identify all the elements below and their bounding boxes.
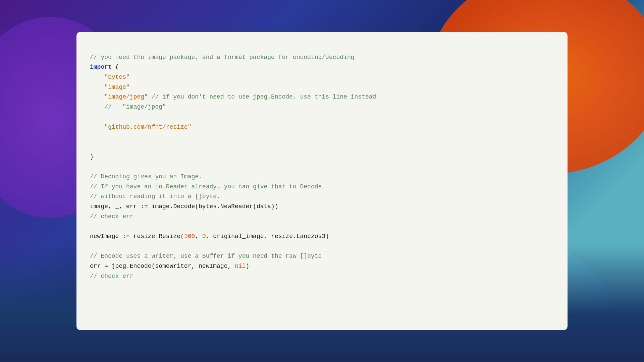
comment-encode: // Encode uses a Writer, use a Buffer if…	[90, 253, 322, 259]
code-card: // you need the image package, and a for…	[76, 32, 568, 330]
string-image-jpeg: "image/jpeg"	[104, 94, 148, 100]
comment-check-err-2: // check err	[90, 273, 133, 280]
decode-line: image, _, err := image.Decode(bytes.NewR…	[90, 203, 278, 210]
resize-line: newImage := resize.Resize(160, 0, origin…	[90, 233, 329, 240]
code-block: // you need the image package, and a for…	[90, 43, 554, 291]
comment-line-1: // you need the image package, and a for…	[90, 54, 355, 61]
string-resize: "github.com/nfnt/resize"	[104, 124, 191, 130]
encode-line: err = jpeg.Encode(someWriter, newImage, …	[90, 263, 249, 269]
comment-check-err-1: // check err	[90, 213, 133, 220]
keyword-import: import	[90, 64, 112, 70]
paren-close: )	[90, 154, 94, 160]
comment-decode-2: // If you have an io.Reader already, you…	[90, 183, 322, 190]
string-image: "image"	[104, 84, 130, 90]
comment-decode-1: // Decoding gives you an Image.	[90, 173, 202, 180]
paren-open: (	[112, 64, 119, 70]
comment-blank-import: // _ "image/jpeg"	[104, 104, 166, 110]
comment-decode-3: // without reading it into a []byte.	[90, 193, 220, 200]
comment-jpeg: // if you don't need to use jpeg.Encode,…	[148, 94, 376, 100]
string-bytes: "bytes"	[104, 74, 130, 80]
